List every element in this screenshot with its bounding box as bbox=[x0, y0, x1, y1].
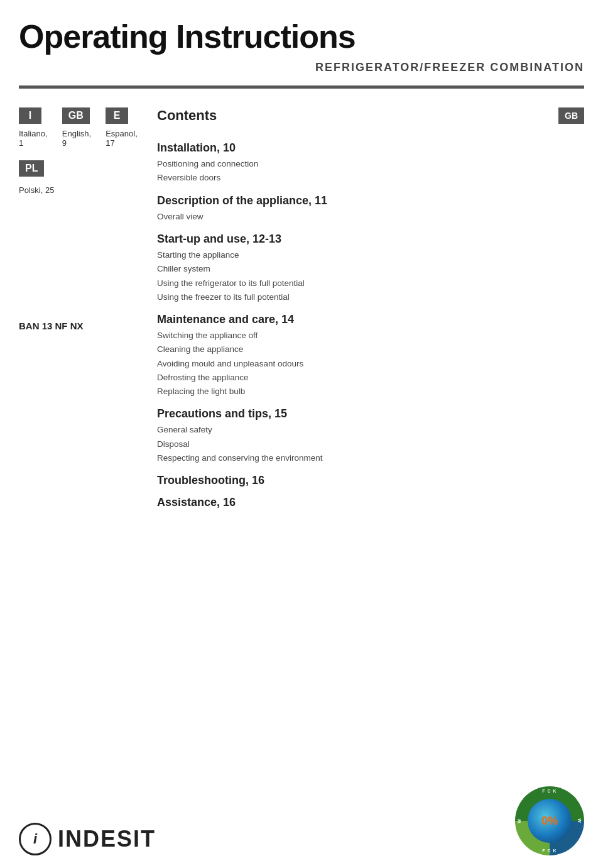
pl-label: Polski, 25 bbox=[19, 185, 144, 195]
right-column: Contents GB Installation, 10 Positioning… bbox=[157, 107, 584, 512]
subtitle: REFRIGERATOR/FREEZER COMBINATION bbox=[19, 61, 584, 74]
indesit-logo: i INDESIT bbox=[19, 823, 156, 855]
section-sub-description: Overall view bbox=[157, 210, 584, 224]
maintenance-item-2: Avoiding mould and unpleasant odours bbox=[157, 357, 584, 371]
lang-badge-gb: GB bbox=[62, 107, 90, 124]
section-sub-startup: Starting the appliance Chiller system Us… bbox=[157, 248, 584, 304]
lang-label-english: English, 9 bbox=[62, 129, 94, 148]
section-heading-installation: Installation, 10 bbox=[157, 141, 584, 155]
eco-label-right: W bbox=[578, 818, 582, 823]
header: Operating Instructions REFRIGERATOR/FREE… bbox=[0, 0, 603, 89]
language-badges: I Italiano, 1 GB English, 9 E Espanol, 1… bbox=[19, 107, 144, 148]
eco-percent-text: 0% bbox=[541, 815, 558, 828]
lang-item-english: GB English, 9 bbox=[62, 107, 94, 148]
maintenance-item-0: Switching the appliance off bbox=[157, 329, 584, 343]
precautions-item-2: Respecting and conserving the environmen… bbox=[157, 451, 584, 465]
section-heading-description: Description of the appliance, 11 bbox=[157, 194, 584, 207]
left-column: I Italiano, 1 GB English, 9 E Espanol, 1… bbox=[19, 107, 144, 512]
model-text: BAN 13 NF NX bbox=[19, 321, 144, 331]
precautions-item-0: General safety bbox=[157, 423, 584, 437]
installation-item-1: Reversible doors bbox=[157, 171, 584, 185]
indesit-i-icon: i bbox=[33, 831, 37, 847]
indesit-brand-text: INDESIT bbox=[58, 826, 156, 852]
startup-item-1: Chiller system bbox=[157, 262, 584, 276]
maintenance-item-4: Replacing the light bulb bbox=[157, 385, 584, 398]
page-wrapper: Operating Instructions REFRIGERATOR/FREE… bbox=[0, 0, 603, 530]
eco-badge: F C K W F C K W 0% bbox=[515, 786, 584, 855]
section-troubleshooting: Troubleshooting, 16 bbox=[157, 474, 584, 487]
body-layout: I Italiano, 1 GB English, 9 E Espanol, 1… bbox=[0, 89, 603, 530]
maintenance-item-3: Defrosting the appliance bbox=[157, 371, 584, 385]
gb-corner-badge: GB bbox=[558, 107, 584, 124]
description-item-0: Overall view bbox=[157, 210, 584, 224]
section-sub-maintenance: Switching the appliance off Cleaning the… bbox=[157, 329, 584, 398]
footer: i INDESIT F C K W F C K W 0% bbox=[0, 786, 603, 855]
eco-inner-globe: 0% bbox=[528, 799, 572, 843]
contents-header: Contents GB bbox=[157, 107, 584, 133]
startup-item-3: Using the freezer to its full potential bbox=[157, 290, 584, 304]
eco-label-bottom: F C K bbox=[542, 849, 557, 853]
pl-section: PL Polski, 25 bbox=[19, 160, 144, 195]
section-precautions: Precautions and tips, 15 General safety … bbox=[157, 407, 584, 465]
section-description: Description of the appliance, 11 Overall… bbox=[157, 194, 584, 224]
section-heading-precautions: Precautions and tips, 15 bbox=[157, 407, 584, 420]
section-assistance: Assistance, 16 bbox=[157, 496, 584, 509]
lang-label-espanol: Espanol, 17 bbox=[106, 129, 144, 148]
eco-label-top: F C K bbox=[542, 789, 557, 793]
installation-item-0: Positioning and connection bbox=[157, 157, 584, 171]
precautions-item-1: Disposal bbox=[157, 437, 584, 451]
lang-label-italiano: Italiano, 1 bbox=[19, 129, 51, 148]
lang-badge-e: E bbox=[106, 107, 128, 124]
section-startup: Start-up and use, 12-13 Starting the app… bbox=[157, 233, 584, 304]
startup-item-0: Starting the appliance bbox=[157, 248, 584, 262]
section-heading-assistance: Assistance, 16 bbox=[157, 496, 584, 509]
startup-item-2: Using the refrigerator to its full poten… bbox=[157, 277, 584, 290]
lang-badge-i: I bbox=[19, 107, 41, 124]
section-maintenance: Maintenance and care, 14 Switching the a… bbox=[157, 313, 584, 398]
main-title: Operating Instructions bbox=[19, 19, 584, 55]
eco-label-left: W bbox=[517, 818, 521, 823]
section-heading-troubleshooting: Troubleshooting, 16 bbox=[157, 474, 584, 487]
pl-badge: PL bbox=[19, 160, 44, 177]
section-heading-startup: Start-up and use, 12-13 bbox=[157, 233, 584, 246]
contents-title: Contents bbox=[157, 107, 217, 124]
section-sub-installation: Positioning and connection Reversible do… bbox=[157, 157, 584, 185]
section-installation: Installation, 10 Positioning and connect… bbox=[157, 141, 584, 185]
section-sub-precautions: General safety Disposal Respecting and c… bbox=[157, 423, 584, 465]
eco-outer-ring: F C K W F C K W 0% bbox=[515, 786, 584, 855]
lang-item-italiano: I Italiano, 1 bbox=[19, 107, 51, 148]
indesit-circle-icon: i bbox=[19, 823, 52, 855]
section-heading-maintenance: Maintenance and care, 14 bbox=[157, 313, 584, 326]
maintenance-item-1: Cleaning the appliance bbox=[157, 343, 584, 356]
lang-item-espanol: E Espanol, 17 bbox=[106, 107, 144, 148]
